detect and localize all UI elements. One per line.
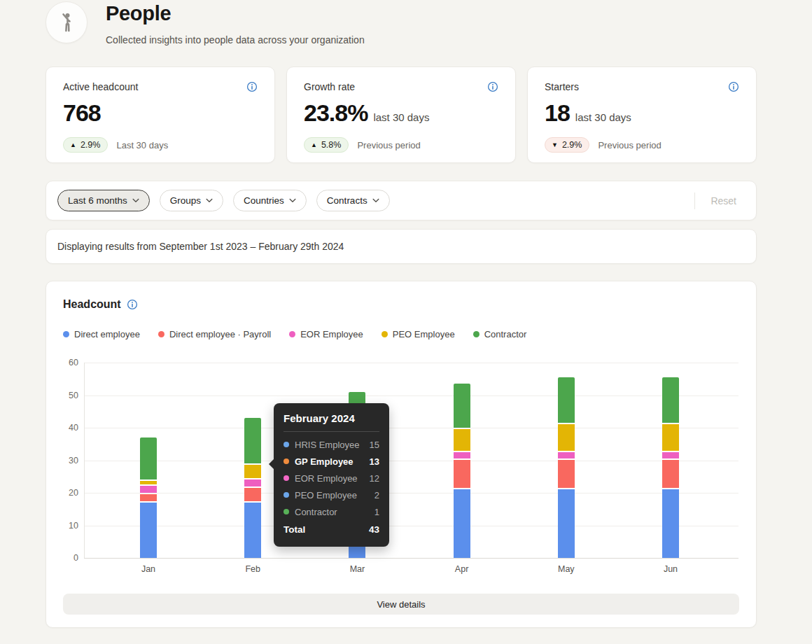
bar-segment-may-peo-employee[interactable]: [558, 424, 575, 451]
trend-badge: ▲ 2.9%: [63, 137, 108, 153]
bar-segment-apr-contractor[interactable]: [454, 384, 470, 428]
stat-value: 23.8%: [304, 99, 368, 127]
tooltip-row-label: EOR Employee: [295, 473, 364, 484]
stat-suffix: last 30 days: [373, 111, 429, 123]
tooltip-rows: HRIS Employee15GP Employee13EOR Employee…: [284, 436, 379, 520]
legend-item-contractor[interactable]: Contractor: [473, 329, 527, 340]
reset-button[interactable]: Reset: [710, 195, 745, 206]
stat-suffix: last 30 days: [575, 111, 631, 123]
chevron-down-icon: [372, 198, 379, 203]
tooltip-row-contractor: Contractor1: [284, 503, 379, 520]
gridline: [84, 461, 738, 461]
filter-bar: Last 6 monthsGroupsCountriesContracts Re…: [46, 181, 757, 220]
filter-pill-label: Countries: [244, 195, 284, 206]
bar-segment-feb-direct-employee[interactable]: [244, 503, 261, 558]
y-axis-tick-label: 50: [63, 390, 78, 401]
filter-pill-groups[interactable]: Groups: [160, 190, 223, 211]
filter-pill-contracts[interactable]: Contracts: [316, 190, 390, 211]
tooltip-row-value: 1: [374, 507, 379, 517]
triangle-down-icon: ▼: [552, 142, 558, 148]
bar-segment-apr-eor-employee[interactable]: [454, 452, 470, 459]
divider: [284, 431, 379, 432]
triangle-up-icon: ▲: [70, 142, 76, 148]
page-container: People Collected insights into people da…: [46, 0, 757, 628]
legend-dot-icon: [473, 331, 479, 337]
bar-segment-may-eor-employee[interactable]: [558, 452, 575, 459]
bar-segment-jan-contractor[interactable]: [140, 438, 157, 479]
bar-segment-jun-peo-employee[interactable]: [662, 424, 679, 451]
bar-segment-feb-peo-employee[interactable]: [244, 465, 261, 478]
tooltip-dot-icon: [284, 442, 289, 447]
bar-segment-feb-eor-employee[interactable]: [244, 479, 261, 486]
bar-segment-jan-direct-employee[interactable]: [140, 503, 157, 558]
x-axis-label-jun: Jun: [650, 564, 692, 574]
y-axis-line: [84, 363, 85, 558]
gridline: [84, 558, 738, 559]
bar-segment-jun-contractor[interactable]: [662, 377, 679, 423]
stats-row: Active headcount 768 ▲ 2.9% La: [46, 66, 757, 163]
bar-segment-jan-direct-employee-payroll[interactable]: [140, 494, 157, 501]
bar-segment-may-direct-employee-payroll[interactable]: [558, 460, 575, 488]
bar-segment-jun-direct-employee[interactable]: [662, 489, 679, 558]
filter-pill-countries[interactable]: Countries: [233, 190, 307, 211]
chart-title: Headcount: [63, 298, 121, 311]
tooltip-total-value: 43: [369, 524, 379, 535]
bar-segment-feb-contractor[interactable]: [244, 418, 261, 463]
x-axis-label-mar: Mar: [336, 564, 378, 574]
chevron-down-icon: [132, 198, 139, 203]
bar-segment-jun-direct-employee-payroll[interactable]: [662, 460, 679, 488]
bar-segment-jun-eor-employee[interactable]: [662, 452, 679, 459]
badge-text: 2.9%: [80, 140, 101, 150]
badge-text: 2.9%: [562, 140, 582, 150]
gridline: [84, 428, 738, 428]
legend-item-direct-employee-payroll[interactable]: Direct employee · Payroll: [158, 329, 271, 340]
people-avatar: [46, 1, 88, 43]
tooltip-row-label: GP Employee: [295, 456, 364, 467]
y-axis-tick-label: 60: [63, 357, 78, 368]
stat-value: 768: [63, 99, 101, 127]
info-icon[interactable]: [487, 81, 498, 92]
tooltip-row-value: 15: [370, 440, 379, 450]
tooltip-dot-icon: [284, 509, 289, 514]
bar-segment-apr-peo-employee[interactable]: [454, 429, 470, 451]
stat-label: Growth rate: [304, 81, 355, 92]
legend-label: Contractor: [484, 329, 527, 340]
tooltip-row-peo-employee: PEO Employee2: [284, 486, 379, 503]
filter-pill-label: Last 6 months: [68, 195, 127, 206]
chart-area: 6050403020100JanFebMarAprMayJun February…: [63, 357, 739, 578]
legend-item-eor-employee[interactable]: EOR Employee: [289, 329, 363, 340]
divider: [694, 192, 695, 209]
bar-segment-apr-direct-employee-payroll[interactable]: [454, 460, 470, 488]
y-axis-tick-label: 30: [63, 455, 78, 466]
legend-dot-icon: [289, 331, 295, 337]
tooltip-row-eor-employee: EOR Employee12: [284, 470, 379, 486]
tooltip-row-gp-employee: GP Employee13: [284, 453, 379, 470]
page-title: People: [106, 2, 365, 25]
info-icon[interactable]: [127, 299, 138, 310]
bar-segment-jan-peo-employee[interactable]: [140, 481, 157, 484]
x-axis-label-may: May: [545, 564, 587, 574]
bar-segment-feb-direct-employee-payroll[interactable]: [244, 488, 261, 501]
info-icon[interactable]: [246, 81, 258, 92]
stat-card-active-headcount: Active headcount 768 ▲ 2.9% La: [46, 66, 275, 163]
stat-card-growth-rate: Growth rate 23.8% last 30 days ▲ 5.8%: [286, 66, 516, 163]
tooltip-row-value: 13: [370, 456, 379, 467]
gridline: [84, 363, 738, 363]
y-axis-tick-label: 10: [63, 520, 78, 531]
view-details-button[interactable]: View details: [63, 594, 739, 615]
filter-pill-last-6-months[interactable]: Last 6 months: [57, 190, 150, 211]
legend-item-peo-employee[interactable]: PEO Employee: [382, 329, 455, 340]
page-subtitle: Collected insights into people data acro…: [106, 34, 365, 46]
bar-segment-apr-direct-employee[interactable]: [454, 489, 470, 558]
tooltip-row-hris-employee: HRIS Employee15: [284, 436, 379, 453]
gridline: [84, 396, 738, 396]
tooltip-row-label: HRIS Employee: [295, 440, 364, 450]
bar-segment-jan-eor-employee[interactable]: [140, 486, 157, 493]
info-icon[interactable]: [728, 81, 739, 92]
bar-segment-may-contractor[interactable]: [558, 377, 575, 423]
legend-label: EOR Employee: [300, 329, 363, 340]
tooltip-row-label: Contractor: [295, 507, 369, 517]
bar-segment-may-direct-employee[interactable]: [558, 489, 575, 558]
legend-item-direct-employee[interactable]: Direct employee: [63, 329, 140, 340]
badge-period-label: Previous period: [357, 140, 420, 150]
